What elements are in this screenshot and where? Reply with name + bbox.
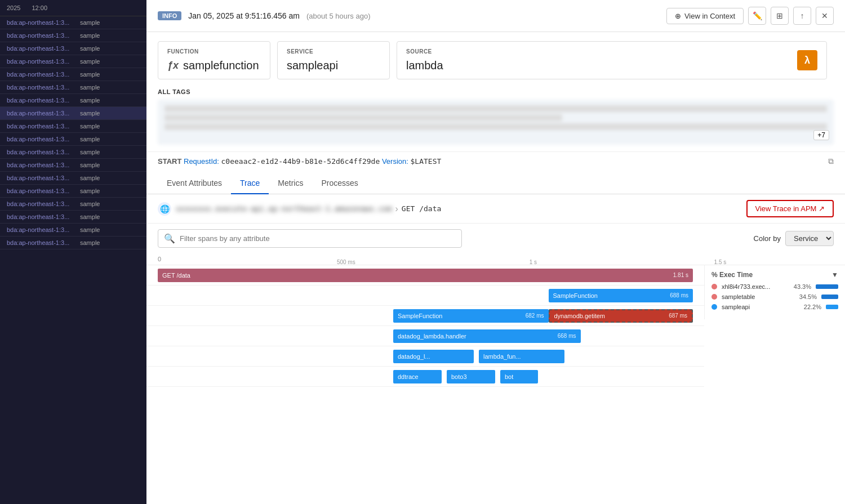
left-row-4[interactable]: bda:ap-northeast-1:3...sample: [0, 68, 146, 81]
all-tags-section: ALL TAGS +7: [146, 88, 845, 151]
left-header: 2025 12:00: [0, 0, 146, 16]
gantt-bar-bot: bot: [500, 370, 538, 383]
copy-icon[interactable]: ⧉: [828, 157, 834, 166]
view-context-label: View in Context: [684, 12, 735, 20]
gantt-bar-lambda-fun: lambda_fun...: [479, 350, 564, 363]
left-row-col1-15: bda:ap-northeast-1:3...: [7, 213, 74, 220]
view-trace-apm-button[interactable]: View Trace in APM ↗: [746, 200, 834, 217]
left-row-5[interactable]: bda:ap-northeast-1:3...sample: [0, 81, 146, 94]
trace-gantt: GET /data 1.81 s SampleFunction 688 ms: [146, 265, 704, 504]
color-by-label: Color by: [754, 234, 781, 243]
left-row-col1-5: bda:ap-northeast-1:3...: [7, 84, 74, 91]
left-row-3[interactable]: bda:ap-northeast-1:3...sample: [0, 55, 146, 68]
exec-pct-0: 43.3%: [791, 283, 811, 290]
top-bar-actions: ⊕ View in Context ✏️ ⊞ ↑ ✕: [666, 7, 834, 25]
gantt-time-handler: 668 ms: [558, 333, 576, 339]
left-row-6[interactable]: bda:ap-northeast-1:3...sample: [0, 94, 146, 107]
gantt-label-get-data: GET /data: [162, 272, 190, 279]
left-row-7[interactable]: bda:ap-northeast-1:3...sample: [0, 107, 146, 120]
gantt-time-sf2: 682 ms: [526, 313, 544, 319]
request-id-label: RequestId:: [184, 157, 219, 166]
filter-input[interactable]: [180, 234, 456, 243]
left-row-16[interactable]: bda:ap-northeast-1:3...sample: [0, 224, 146, 237]
gantt-label-sf1: SampleFunction: [553, 292, 598, 299]
exec-name-2: sampleapi: [722, 304, 797, 310]
gantt-time-get-data: 1.81 s: [673, 272, 688, 278]
left-row-col1-0: bda:ap-northeast-1:3...: [7, 19, 74, 26]
exec-pct-1: 34.5%: [797, 293, 817, 300]
gantt-row-5: ddtrace boto3 bot: [146, 367, 704, 387]
source-label: SOURCE: [406, 48, 797, 55]
exec-time-sort[interactable]: ▼: [831, 271, 838, 279]
color-by-select[interactable]: Service: [785, 231, 834, 246]
request-id-value: c0eeaac2-e1d2-44b9-b81e-52d6c4ff29de: [221, 157, 380, 166]
exec-row-2: sampleapi 22.2%: [711, 304, 838, 310]
gantt-bar-dynamodb: dynamodb.getitem 687 ms: [549, 309, 693, 323]
filter-row: 🔍 Color by Service: [146, 224, 845, 253]
target-icon: ⊕: [675, 12, 681, 20]
left-row-col1-17: bda:ap-northeast-1:3...: [7, 239, 74, 246]
trace-rows: % Exec Time ▼ xhl8i4r733.exec... 43.3% s…: [146, 265, 845, 504]
left-row-11[interactable]: bda:ap-northeast-1:3...sample: [0, 159, 146, 172]
left-row-col1-3: bda:ap-northeast-1:3...: [7, 58, 74, 65]
right-panel: INFO Jan 05, 2025 at 9:51:16.456 am (abo…: [146, 0, 845, 504]
gantt-label-sf2: SampleFunction: [398, 313, 443, 319]
left-row-col2-7: sample: [80, 110, 100, 117]
left-row-14[interactable]: bda:ap-northeast-1:3...sample: [0, 198, 146, 211]
share-button[interactable]: ↑: [793, 7, 811, 25]
left-row-col2-6: sample: [80, 97, 100, 104]
left-row-col2-2: sample: [80, 45, 100, 52]
expand-button[interactable]: ⊞: [771, 7, 789, 25]
function-card: FUNCTION ƒx samplefunction: [158, 41, 270, 79]
trace-arrow: ›: [395, 204, 398, 214]
left-row-12[interactable]: bda:ap-northeast-1:3...sample: [0, 172, 146, 185]
tab-metrics[interactable]: Metrics: [269, 173, 312, 194]
left-row-17[interactable]: bda:ap-northeast-1:3...sample: [0, 237, 146, 249]
left-row-2[interactable]: bda:ap-northeast-1:3...sample: [0, 42, 146, 55]
left-row-0[interactable]: bda:ap-northeast-1:3...sample: [0, 16, 146, 29]
left-row-col1-9: bda:ap-northeast-1:3...: [7, 136, 74, 142]
gantt-row-4: datadog_l... lambda_fun...: [146, 346, 704, 367]
trace-section: 🌐 xxxxxxxx.execute-api.ap-northeast-1.am…: [146, 194, 845, 504]
gantt-row-1: SampleFunction 688 ms: [146, 286, 704, 306]
edit-button[interactable]: ✏️: [748, 7, 766, 25]
left-row-15[interactable]: bda:ap-northeast-1:3...sample: [0, 211, 146, 224]
left-panel: 2025 12:00 bda:ap-northeast-1:3...sample…: [0, 0, 146, 504]
exec-bar-1: [821, 295, 838, 299]
tab-event-attributes[interactable]: Event Attributes: [158, 173, 231, 194]
gantt-row-2: SampleFunction 682 ms dynamodb.getitem 6…: [146, 306, 704, 326]
tags-blurred: [158, 100, 834, 145]
left-row-1[interactable]: bda:ap-northeast-1:3...sample: [0, 29, 146, 42]
tab-processes[interactable]: Processes: [312, 173, 367, 194]
source-value: lambda: [406, 59, 797, 72]
left-row-9[interactable]: bda:ap-northeast-1:3...sample: [0, 133, 146, 146]
left-row-10[interactable]: bda:ap-northeast-1:3...sample: [0, 146, 146, 159]
ruler-500ms: 500 ms: [337, 259, 355, 265]
close-button[interactable]: ✕: [816, 7, 834, 25]
left-row-col1-10: bda:ap-northeast-1:3...: [7, 149, 74, 155]
left-row-col2-13: sample: [80, 188, 100, 194]
left-row-col1-13: bda:ap-northeast-1:3...: [7, 188, 74, 194]
left-row-13[interactable]: bda:ap-northeast-1:3...sample: [0, 185, 146, 198]
filter-input-wrap[interactable]: 🔍: [158, 229, 462, 248]
view-in-context-button[interactable]: ⊕ View in Context: [666, 8, 744, 24]
gantt-bar-boto3: boto3: [447, 370, 495, 383]
left-row-8[interactable]: bda:ap-northeast-1:3...sample: [0, 120, 146, 133]
request-id-section: START RequestId: c0eeaac2-e1d2-44b9-b81e…: [146, 151, 845, 173]
gantt-bar-container-3: datadog_lambda.handler 668 ms: [158, 329, 693, 343]
left-row-col2-0: sample: [80, 19, 100, 26]
gantt-bar-container-0: GET /data 1.81 s: [158, 269, 693, 282]
function-label: FUNCTION: [167, 48, 261, 55]
cards-row: FUNCTION ƒx samplefunction SERVICE sampl…: [146, 32, 845, 88]
tab-trace[interactable]: Trace: [231, 173, 269, 194]
gantt-bar-container-4: datadog_l... lambda_fun...: [158, 350, 693, 363]
trace-header: 🌐 xxxxxxxx.execute-api.ap-northeast-1.am…: [146, 194, 845, 224]
source-name: lambda: [406, 59, 443, 72]
exec-dot-0: [711, 284, 717, 289]
info-badge: INFO: [158, 11, 181, 20]
function-name: samplefunction: [183, 59, 259, 72]
gantt-label-boto3: boto3: [451, 373, 467, 380]
left-row-col2-17: sample: [80, 239, 100, 246]
gantt-row-3: datadog_lambda.handler 668 ms: [146, 326, 704, 346]
left-row-col1-1: bda:ap-northeast-1:3...: [7, 32, 74, 39]
